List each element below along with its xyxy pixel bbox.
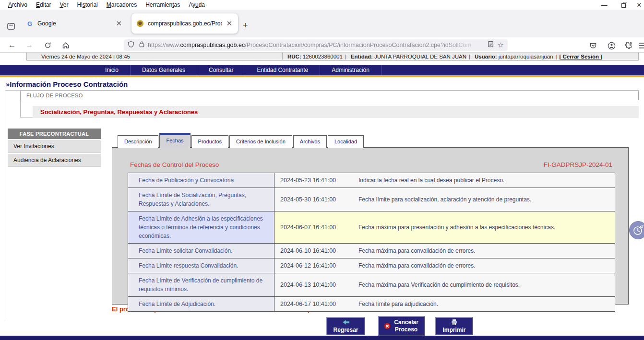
page-content: Viernes 24 de Mayo de 2024 | 08:45 RUC: … [0,53,644,340]
browser-window: ArchivoEditarVerHistorialMarcadoresHerra… [0,0,644,340]
row-label: Fecha Límite solicitar Convalidación. [128,244,274,258]
row-description: Fecha máxima para convalidación de error… [354,258,615,273]
nav-menu-item[interactable]: Entidad Contratante [245,65,320,75]
entidad-label: Entidad: [351,54,373,59]
usuario-value: juntaparroquiasanjuan [499,54,553,59]
clock-icon [632,224,644,236]
nav-menu-item[interactable]: Administración [320,65,382,75]
detail-tabs: DescripciónFechasProductosCriterios de I… [118,133,365,148]
flujo-de-proceso-bar[interactable]: FLUJO DE PROCESO [20,91,639,100]
row-description: Fecha máxima para presentación y adhesió… [354,211,615,243]
tab-close-icon[interactable]: ✕ [115,19,123,28]
sidebar-item[interactable]: Ver Invitaciones [8,140,101,153]
menu-item[interactable]: Archivo [4,0,32,9]
restore-button[interactable] [614,0,634,10]
process-code: FI-GADPRSJP-2024-01 [544,161,612,168]
page-frame-line [5,79,5,321]
detail-tab[interactable]: Localidad [328,135,364,148]
account-icon[interactable] [606,40,617,51]
entidad-value: JUNTA PARROQUIAL DE SAN JUAN [374,54,466,59]
row-label: Fecha Límite respuesta Convalidación. [128,258,274,273]
detail-tab[interactable]: Criterios de Inclusión [229,135,292,148]
menu-item[interactable]: Marcadores [102,0,141,9]
menu-item[interactable]: Ver [55,0,72,9]
minimize-button[interactable]: — [594,0,614,10]
cancel-label-wrap: Cancelar Proceso [393,319,420,333]
regresar-button[interactable]: Regresar [326,317,365,335]
shield-icon[interactable] [128,41,134,50]
row-date: 2024-05-23 16:41:00 [274,173,354,188]
window-controls: — ✕ [594,0,644,10]
menu-hamburger-icon[interactable] [636,40,644,51]
cancelar-proceso-button[interactable]: Cancelar Proceso [378,316,425,336]
home-icon[interactable] [60,39,72,51]
row-description: Indicar la fecha real en la cual desea p… [354,173,615,188]
ruc-value: 1260023860001 [303,54,343,59]
browser-tab-google[interactable]: G Google ✕ [21,13,128,34]
close-button[interactable]: ✕ [634,0,644,10]
section-bar: Socialización, Preguntas, Respuestas y A… [33,106,639,118]
sidebar-item[interactable]: Audiencia de Aclaraciones [8,154,101,167]
row-description: Fecha máxima para convalidación de error… [354,244,615,258]
menu-bar: ArchivoEditarVerHistorialMarcadoresHerra… [0,0,644,10]
detail-tab[interactable]: Archivos [293,135,327,148]
lock-icon[interactable] [139,41,145,49]
bookmark-star-icon[interactable]: ☆ [498,41,504,49]
menu-item[interactable]: Historial [72,0,102,9]
sidebar-header: FASE PRECONTRACTUAL [8,129,101,139]
menu-item[interactable]: Ayuda [184,0,209,9]
navigation-toolbar: ← → https://www.compraspublicas.gob.ec/P… [0,37,644,53]
detail-tab[interactable]: Descripción [118,135,158,148]
detail-tab[interactable]: Productos [191,135,229,148]
browser-tab-compraspublicas[interactable]: compraspublicas.gob.ec/Proce ✕ [131,13,238,34]
table-row: Fecha de Publicación y Convocatoria 2024… [128,173,615,188]
row-date: 2024-06-07 16:41:00 [274,211,354,243]
nav-menu-item[interactable]: Consultar [197,65,245,75]
back-arrow-icon [342,319,350,326]
extensions-icon[interactable] [622,40,634,51]
row-description: Fecha máxima para Verificación de cumpli… [354,273,615,296]
sidebar: FASE PRECONTRACTUAL Ver InvitacionesAudi… [8,129,101,167]
table-row: Fecha Límite solicitar Convalidación. 20… [128,244,615,258]
row-label: Fecha Límite de Adhesión a las especific… [128,211,274,243]
tab-close-icon[interactable]: ✕ [225,19,233,28]
back-icon[interactable]: ← [6,39,18,51]
pocket-icon[interactable] [587,40,599,51]
tab-title: compraspublicas.gob.ec/Proce [148,20,222,27]
session-datetime: Viernes 24 de Mayo de 2024 | 08:45 [26,53,286,60]
site-favicon-icon [136,20,144,27]
floating-clock-widget[interactable] [629,221,644,239]
fechas-panel: Fechas de Control del Proceso FI-GADPRSJ… [112,147,629,305]
row-label: Fecha Límite de Socialización, Preguntas… [128,188,274,211]
table-row: Fecha Límite de Socialización, Preguntas… [128,188,615,211]
row-label: Fecha Límite de Adjudicación. [128,297,274,311]
table-title: Fechas de Control del Proceso [130,161,219,168]
url-bar[interactable]: https://www.compraspublicas.gob.ec/Proce… [124,39,508,51]
row-description: Fecha límite para socialización, aclarac… [354,188,615,211]
table-row: Fecha Límite respuesta Convalidación. 20… [128,258,615,273]
row-date: 2024-06-17 10:41:00 [274,297,354,311]
reader-mode-icon[interactable] [488,41,494,49]
firefox-view-icon[interactable] [4,19,18,34]
menu-item[interactable]: Editar [32,0,55,9]
new-tab-button[interactable]: + [243,21,248,31]
flow-connector [20,100,33,117]
dates-table: Fecha de Publicación y Convocatoria 2024… [128,173,615,312]
table-row: Fecha Límite de Adjudicación. 2024-06-17… [128,297,615,311]
forward-icon[interactable]: → [23,39,36,51]
url-text: https://www.compraspublicas.gob.ec/Proce… [148,42,485,48]
logout-link[interactable]: [ Cerrar Sesión ] [560,54,602,59]
table-row: Fecha Límite de Adhesión a las especific… [128,211,615,244]
menu-items: ArchivoEditarVerHistorialMarcadoresHerra… [4,0,209,9]
tab-bar: G Google ✕ compraspublicas.gob.ec/Proce … [0,10,644,37]
usuario-label: Usuario: [475,54,497,59]
nav-menu-item[interactable]: Datos Generales [131,65,197,75]
detail-tab[interactable]: Fechas [159,133,190,148]
imprimir-button[interactable]: Imprimir [435,317,473,335]
gold-divider [0,75,644,77]
session-info-bar: RUC: 1260023860001 | Entidad: JUNTA PARR… [282,53,639,60]
nav-menu-item[interactable]: Inicio [94,65,131,75]
menu-item[interactable]: Herramientas [141,0,184,9]
reload-icon[interactable] [41,39,54,51]
tab-title: Google [37,20,112,27]
